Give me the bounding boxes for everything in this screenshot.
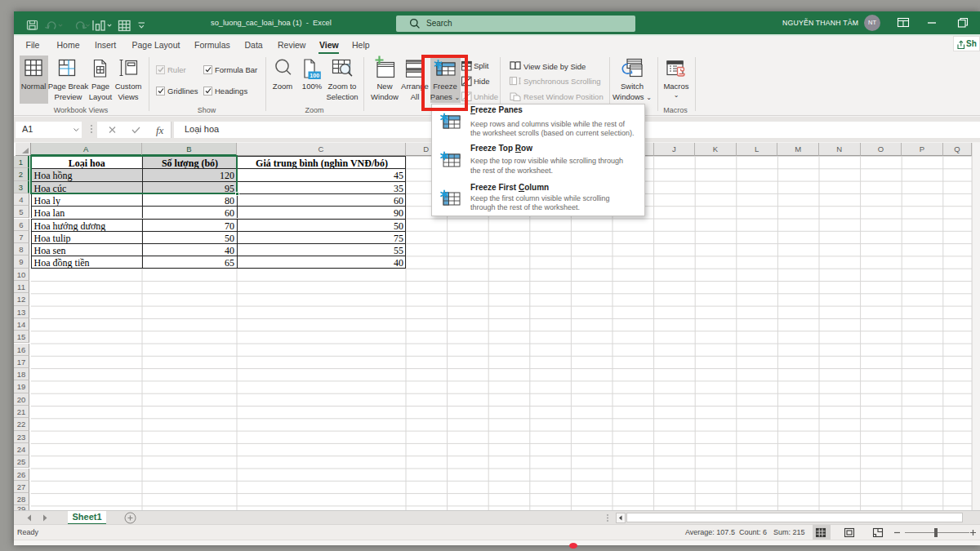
svg-text:100: 100 <box>310 73 319 78</box>
svg-text:fx: fx <box>156 124 164 136</box>
